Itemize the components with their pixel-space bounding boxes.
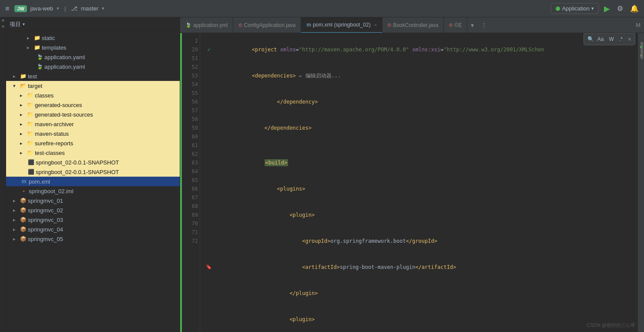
tree-item-test-classes[interactable]: ▸ 📁 test-classes — [6, 148, 180, 158]
fold-arrow-gen-test-src[interactable]: ▸ — [20, 112, 26, 117]
fold-arrow-classes[interactable]: ▸ — [20, 93, 26, 98]
code-content-53 — [214, 141, 634, 150]
tree-item-snapshot2[interactable]: ⬛ springboot_02-0.0.1-SNAPSHOT — [6, 167, 180, 177]
folder-icon-test-classes: 📁 — [26, 150, 34, 156]
tree-item-springmvc-01[interactable]: ▸ 📦 springmvc_01 — [6, 196, 180, 205]
label-surefire: surefire-reports — [35, 140, 73, 147]
fold-arrow-maven-status[interactable]: ▸ — [20, 131, 26, 137]
label-gen-test-src: generated-test-sources — [35, 111, 93, 118]
nav-dot — [2, 19, 4, 22]
fold-arrow-templates[interactable]: ▸ — [27, 45, 33, 50]
project-dropdown-arrow[interactable]: ▾ — [57, 6, 59, 11]
divider: | — [64, 5, 66, 12]
tabs-overflow-button[interactable]: ▾ — [467, 22, 477, 29]
code-content-58: <artifactId>spring-boot-maven-plugin</ar… — [214, 254, 634, 280]
fold-arrow-test-classes[interactable]: ▸ — [20, 150, 26, 156]
module-icon-03: 📦 — [19, 217, 27, 223]
tab-label-extra: ©E — [454, 22, 462, 28]
sidebar-title-arrow[interactable]: ▾ — [23, 22, 25, 27]
app-run-button[interactable]: Application ▾ — [551, 3, 599, 14]
fold-arrow-springmvc-04[interactable]: ▸ — [13, 227, 19, 232]
branch-icon: ⎇ — [71, 5, 77, 12]
tab-close-pom[interactable]: × — [374, 22, 377, 27]
tab-config-application[interactable]: © ConfigApplication.java — [233, 17, 301, 33]
settings-icon[interactable]: ⚙ — [615, 3, 625, 14]
find-close-button[interactable]: × — [628, 36, 631, 43]
find-whole-word[interactable]: W — [607, 35, 615, 43]
code-content-60: <plugin> — [214, 306, 634, 332]
yaml-tab-icon: 🍃 — [185, 22, 191, 28]
tree-item-gen-test-src[interactable]: ▸ 📁 generated-test-sources — [6, 110, 180, 119]
label-snapshot1: springboot_02-0.0.1-SNAPSHOT — [36, 159, 119, 166]
code-line-29: <dependencies> ✏ 编辑启动器... — [204, 63, 638, 89]
tree-item-maven-status[interactable]: ▸ 📁 maven-status — [6, 129, 180, 138]
code-line-54: <build> — [204, 150, 638, 176]
find-regex[interactable]: .* — [617, 35, 624, 43]
yaml-icon-1: 🍃 — [36, 54, 44, 60]
tree-item-springmvc-04[interactable]: ▸ 📦 springmvc_04 — [6, 225, 180, 234]
project-name[interactable]: java-web — [30, 5, 53, 12]
hamburger-menu[interactable]: ≡ — [3, 3, 11, 14]
tree-item-iml[interactable]: ▪ springboot_02.iml — [6, 186, 180, 196]
main-layout: 项目 ▾ ▸ 📁 static ▸ 📁 templates 🍃 — [0, 17, 644, 332]
branch-dropdown-arrow[interactable]: ▾ — [102, 6, 104, 11]
branch-name[interactable]: master — [81, 5, 98, 12]
label-iml: springboot_02.iml — [29, 188, 74, 195]
label-templates: templates — [42, 44, 66, 51]
tree-item-surefire[interactable]: ▸ 📁 surefire-reports — [6, 138, 180, 148]
tree-item-test[interactable]: ▸ 📁 test — [6, 71, 180, 81]
tab-application-yml[interactable]: 🍃 application.yml — [180, 17, 233, 33]
gutter-58: 🔖 — [204, 263, 214, 272]
tree-item-classes[interactable]: ▸ 📁 classes — [6, 91, 180, 100]
fold-arrow-surefire[interactable]: ▸ — [20, 141, 26, 146]
label-snapshot2: springboot_02-0.0.1-SNAPSHOT — [36, 169, 119, 175]
label-classes: classes — [35, 92, 54, 99]
tree-item-springmvc-02[interactable]: ▸ 📦 springmvc_02 — [6, 205, 180, 215]
tab-book-controller[interactable]: © BookController.java — [382, 17, 444, 33]
fold-arrow-test[interactable]: ▸ — [13, 74, 19, 79]
folder-icon-templates: 📁 — [33, 44, 41, 50]
tree-item-templates[interactable]: ▸ 📁 templates — [6, 43, 180, 52]
run-icon[interactable]: ▶ — [602, 2, 612, 15]
tree-item-snapshot1[interactable]: ⬛ springboot_02-0.0.1-SNAPSHOT — [6, 158, 180, 167]
tab-m-extra[interactable]: M — [632, 22, 644, 28]
tree-item-static[interactable]: ▸ 📁 static — [6, 33, 180, 43]
tree-item-maven-archiver[interactable]: ▸ 📁 maven-archiver — [6, 119, 180, 129]
app-label: Application — [562, 5, 590, 12]
gutter-2: ✓ — [204, 45, 214, 54]
fold-arrow-maven-arch[interactable]: ▸ — [20, 121, 26, 127]
tabs-more-button[interactable]: ⋮ — [477, 22, 490, 29]
scrollbar-thumb[interactable] — [641, 42, 643, 59]
tree-item-springmvc-05[interactable]: ▸ 📦 springmvc_05 — [6, 234, 180, 244]
fold-arrow-springmvc-01[interactable]: ▸ — [13, 198, 19, 204]
fold-arrow-springmvc-05[interactable]: ▸ — [13, 236, 19, 242]
change-marker — [180, 33, 182, 332]
xml-tab-icon: m — [306, 22, 311, 28]
notifications-icon[interactable]: 🔔 — [628, 3, 641, 14]
tree-item-springmvc-03[interactable]: ▸ 📦 springmvc_03 — [6, 215, 180, 225]
check-icon-2: ✓ — [207, 45, 210, 54]
code-editor[interactable]: ✓ <project xmlns="http://maven.apache.or… — [200, 33, 638, 332]
find-match-case[interactable]: Aa — [596, 35, 606, 43]
fold-arrow-gen-src[interactable]: ▸ — [20, 102, 26, 108]
tree-item-target[interactable]: ▾ 📂 target — [6, 81, 180, 91]
tab-extra[interactable]: © ©E — [444, 17, 467, 33]
label-app-yaml-2: application.yaml — [44, 64, 85, 70]
tree-item-gen-src[interactable]: ▸ 📁 generated-sources — [6, 100, 180, 110]
editor-panel: 🍃 application.yml © ConfigApplication.ja… — [180, 17, 644, 332]
tree-item-app-yaml-1[interactable]: 🍃 application.yaml — [6, 52, 180, 62]
fold-arrow-springmvc-02[interactable]: ▸ — [13, 208, 19, 213]
tab-label-app-yml: application.yml — [193, 22, 228, 28]
jar-icon-1: ⬛ — [27, 159, 35, 165]
right-scrollbar[interactable] — [638, 33, 644, 332]
fold-arrow-static[interactable]: ▸ — [27, 35, 33, 41]
tree-item-app-yaml-2[interactable]: 🍃 application.yaml — [6, 62, 180, 71]
label-springmvc-05: springmvc_05 — [28, 236, 63, 242]
code-content-57: <groupId>org.springframework.boot</group… — [214, 228, 634, 254]
app-dropdown-arrow[interactable]: ▾ — [591, 6, 594, 11]
tree-item-pom-xml[interactable]: m pom.xml — [6, 177, 180, 186]
tab-pom-xml[interactable]: m pom.xml (springboot_02) × — [301, 17, 382, 33]
fold-arrow-target[interactable]: ▾ — [13, 83, 19, 89]
label-app-yaml-1: application.yaml — [44, 54, 85, 60]
fold-arrow-springmvc-03[interactable]: ▸ — [13, 217, 19, 223]
